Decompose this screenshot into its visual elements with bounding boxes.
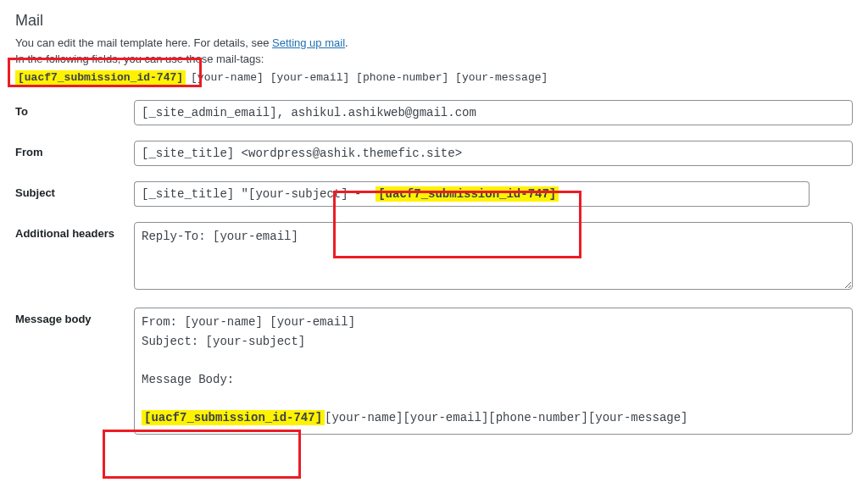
body-field[interactable]: From: [your-name] [your-email] Subject: … [134, 308, 853, 435]
mail-tag-rest[interactable]: [your-name] [your-email] [phone-number] … [191, 71, 548, 84]
headers-field[interactable]: Reply-To: [your-email] [134, 222, 853, 290]
row-headers: Additional headers Reply-To: [your-email… [15, 222, 853, 292]
label-body: Message body [15, 308, 134, 325]
mail-tags-intro: In the following fields, you can use the… [15, 53, 853, 65]
label-to: To [15, 100, 134, 118]
label-subject: Subject [15, 181, 134, 199]
mail-tag-submission-id[interactable]: [uacf7_submission_id-747] [15, 70, 186, 85]
setting-up-mail-link[interactable]: Setting up mail [272, 36, 345, 49]
mail-settings-panel: Mail You can edit the mail template here… [0, 0, 868, 450]
label-headers: Additional headers [15, 222, 134, 240]
body-line-tags: [uacf7_submission_id-747][your-name][you… [142, 409, 845, 428]
body-mail-tag: [uacf7_submission_id-747] [142, 410, 325, 425]
body-line-msgbody-label: Message Body: [142, 371, 845, 390]
subject-tail [564, 181, 810, 207]
row-subject: Subject [_site_title] "[your-subject]"- … [15, 181, 853, 207]
row-body: Message body From: [your-name] [your-ema… [15, 308, 853, 435]
annotation-box-body [103, 430, 301, 479]
label-from: From [15, 141, 134, 158]
body-line-blank2 [142, 391, 845, 409]
body-line-blank1 [142, 352, 845, 370]
section-title: Mail [15, 12, 853, 30]
body-line-from: From: [your-name] [your-email] [142, 313, 845, 332]
intro-prefix: You can edit the mail template here. For… [15, 36, 272, 49]
row-to: To [15, 100, 853, 125]
mail-tags-list: [uacf7_submission_id-747] [your-name] [y… [15, 70, 853, 85]
intro-suffix: . [345, 36, 348, 49]
to-field[interactable] [134, 100, 853, 125]
body-rest-tags: [your-name][your-email][phone-number][yo… [325, 411, 687, 424]
subject-mail-tag: [uacf7_submission_id-747] [376, 186, 559, 202]
intro-text: You can edit the mail template here. For… [15, 36, 853, 49]
subject-pretext: [_site_title] "[your-subject]" [134, 181, 349, 207]
from-field[interactable] [134, 141, 853, 166]
body-line-subject: Subject: [your-subject] [142, 333, 845, 352]
subject-field[interactable]: [_site_title] "[your-subject]"- [uacf7_s… [134, 181, 853, 207]
subject-mid: - [uacf7_submission_id-747] [349, 181, 564, 207]
row-from: From [15, 141, 853, 166]
